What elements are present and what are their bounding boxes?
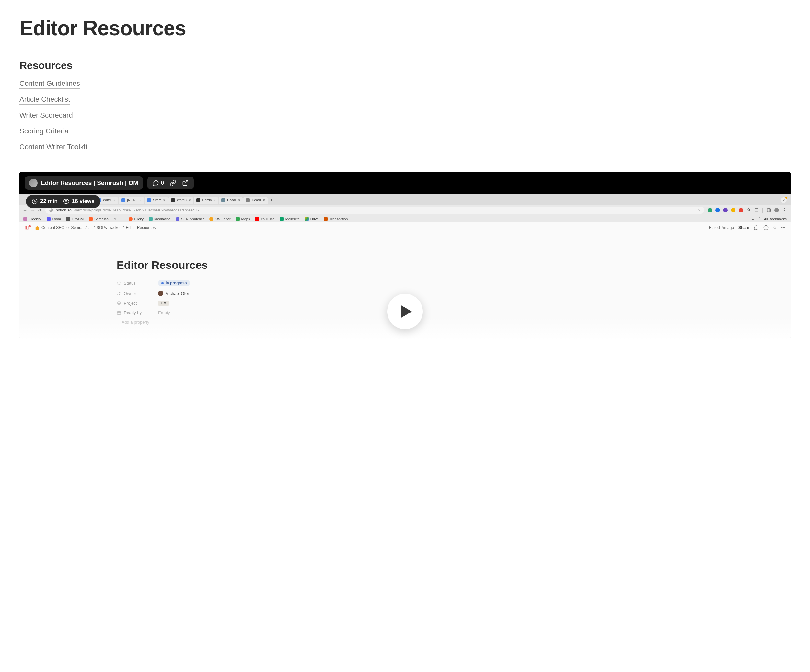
browser-tab[interactable]: Headli×: [219, 197, 243, 204]
tab-close-icon[interactable]: ×: [163, 199, 165, 202]
url-path: /semrush-pmg/Editor-Resources-37ed5213ac…: [74, 208, 199, 212]
video-duration-text: 22 min: [40, 198, 58, 205]
forward-button[interactable]: →: [30, 207, 35, 213]
tab-close-icon[interactable]: ×: [113, 199, 115, 202]
tab-overflow-button[interactable]: [781, 197, 787, 203]
video-copy-link-button[interactable]: [170, 180, 176, 186]
readyby-value[interactable]: Empty: [158, 310, 170, 315]
url-host: notion.so: [56, 208, 72, 212]
page-title: Editor Resources: [19, 16, 791, 40]
edited-time: Edited 7m ago: [709, 226, 734, 230]
favicon-icon: [196, 198, 200, 202]
link-content-writer-toolkit[interactable]: Content Writer Toolkit: [19, 143, 88, 152]
bookmark-item[interactable]: TidyCal: [66, 217, 84, 221]
tab-close-icon[interactable]: ×: [238, 199, 240, 202]
tab-label: Writer: [103, 199, 111, 202]
link-scoring-criteria[interactable]: Scoring Criteria: [19, 127, 69, 136]
url-input[interactable]: notion.so/semrush-pmg/Editor-Resources-3…: [46, 207, 704, 214]
bookmark-item[interactable]: Mediavine: [149, 217, 170, 221]
tab-close-icon[interactable]: ×: [214, 199, 216, 202]
tab-close-icon[interactable]: ×: [189, 199, 191, 202]
breadcrumb-root[interactable]: Content SEO for Semr...: [42, 226, 83, 230]
bookmark-item[interactable]: Drive: [305, 217, 319, 221]
add-property-button[interactable]: + Add a property: [116, 320, 791, 325]
tab-label: Headli: [227, 199, 236, 202]
back-button[interactable]: ←: [23, 207, 27, 213]
toolbar-icons: | ⋮: [708, 207, 787, 214]
browser-tab[interactable]: Sitem×: [145, 197, 167, 204]
updates-icon[interactable]: [763, 225, 768, 230]
breadcrumb-mid[interactable]: ...: [88, 226, 92, 230]
bookmark-label: Drive: [310, 217, 319, 221]
tab-close-icon[interactable]: ×: [263, 199, 265, 202]
all-bookmarks-button[interactable]: All Bookmarks: [758, 217, 787, 221]
bookmarks-bar: Clockify Loom TidyCal Semrush hr.HT Clic…: [19, 216, 791, 222]
extension-icon[interactable]: [723, 208, 728, 212]
bookmark-item[interactable]: Semrush: [89, 217, 108, 221]
extension-icon[interactable]: [708, 208, 712, 212]
owner-value[interactable]: Michael Ofei: [158, 291, 189, 296]
browser-tab[interactable]: Headli×: [243, 197, 267, 204]
bookmark-item[interactable]: Loom: [47, 217, 61, 221]
browser-tab[interactable]: Hemin×: [194, 197, 218, 204]
side-panel-icon[interactable]: [766, 208, 771, 212]
video-open-external-button[interactable]: [182, 180, 189, 186]
bookmark-item[interactable]: Transaction: [324, 217, 348, 221]
favicon-icon: [171, 198, 175, 202]
property-project-row: Project OM: [116, 301, 791, 306]
reload-button[interactable]: ⟳: [38, 207, 42, 213]
link-article-checklist[interactable]: Article Checklist: [19, 95, 70, 104]
comment-icon[interactable]: [754, 225, 759, 230]
notion-page-title[interactable]: Editor Resources: [116, 259, 791, 271]
new-tab-button[interactable]: +: [268, 197, 275, 204]
bookmark-label: Maps: [241, 217, 250, 221]
link-content-guidelines[interactable]: Content Guidelines: [19, 79, 80, 89]
bookmark-label: KWFinder: [215, 217, 231, 221]
bookmark-item[interactable]: Clockify: [23, 217, 42, 221]
video-comments-button[interactable]: 0: [153, 180, 164, 186]
share-button[interactable]: Share: [738, 226, 749, 230]
breadcrumb-second[interactable]: SOPs Tracker: [96, 226, 121, 230]
menu-icon[interactable]: ⋮: [782, 207, 787, 214]
browser-tab[interactable]: [REWF×: [118, 197, 144, 204]
tab-label: WordC: [177, 199, 187, 202]
extensions-icon[interactable]: [746, 208, 751, 212]
extension-icon[interactable]: [739, 208, 743, 212]
breadcrumb: 0 Content SEO for Semr... / ... / SOPs T…: [25, 226, 155, 230]
status-value[interactable]: In progress: [158, 280, 190, 286]
tab-label: [REWF: [127, 199, 137, 202]
bookmark-item[interactable]: Maps: [236, 217, 250, 221]
browser-tab[interactable]: WordC×: [169, 197, 193, 204]
bookmark-star-icon[interactable]: ☆: [697, 208, 700, 212]
tab-close-icon[interactable]: ×: [139, 199, 141, 202]
breadcrumb-current[interactable]: Editor Resources: [126, 226, 155, 230]
video-title-pill[interactable]: Editor Resources | Semrush | OM: [25, 176, 143, 190]
sidebar-toggle-icon[interactable]: [25, 226, 29, 230]
link-writer-scorecard[interactable]: Writer Scorecard: [19, 111, 73, 120]
bookmark-item[interactable]: KWFinder: [209, 217, 231, 221]
bookmark-item[interactable]: Clicky: [128, 217, 143, 221]
extension-icon[interactable]: [716, 208, 720, 212]
play-button[interactable]: [387, 294, 423, 329]
extension-icon[interactable]: [731, 208, 736, 212]
property-label[interactable]: Ready by: [116, 310, 149, 315]
project-value[interactable]: OM: [158, 301, 169, 306]
video-views: 16 views: [63, 198, 94, 205]
status-icon: [116, 281, 121, 285]
property-status-row: Status In progress: [116, 280, 791, 286]
bookmark-item[interactable]: YouTube: [255, 217, 274, 221]
link-icon: [170, 180, 176, 186]
puzzle-icon[interactable]: [754, 208, 759, 212]
bookmark-item[interactable]: SERPWatcher: [176, 217, 204, 221]
video-author-avatar: [29, 179, 37, 187]
property-label[interactable]: Owner: [116, 291, 149, 296]
more-icon[interactable]: •••: [781, 226, 785, 230]
property-label[interactable]: Status: [116, 281, 149, 286]
bookmark-item[interactable]: Mailerlite: [280, 217, 300, 221]
bookmark-label: Clicky: [134, 217, 143, 221]
property-label[interactable]: Project: [116, 301, 149, 306]
bookmark-item[interactable]: hr.HT: [114, 217, 123, 221]
bookmarks-overflow[interactable]: »: [752, 217, 754, 221]
profile-avatar[interactable]: [775, 208, 779, 212]
favorite-icon[interactable]: ☆: [773, 226, 776, 230]
